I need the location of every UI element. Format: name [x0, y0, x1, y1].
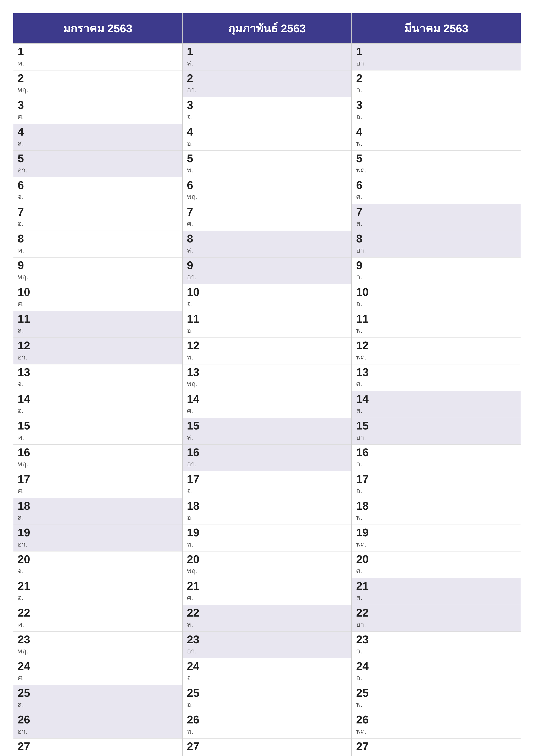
- day-row: 10จ.: [183, 284, 351, 311]
- month-col-1: 1พ.2พฤ.3ศ.4ส.5อา.6จ.7อ.8พ.9พฤ.10ศ.11ส.12…: [13, 44, 183, 756]
- day-number: 24: [187, 661, 347, 672]
- day-number: 11: [18, 313, 178, 324]
- day-row: 5พฤ.: [352, 150, 521, 177]
- day-name-label: อา.: [18, 726, 178, 737]
- month-header-1: มกราคม 2563: [13, 14, 183, 43]
- day-name-label: จ.: [18, 752, 178, 756]
- day-row: 15อา.: [352, 418, 521, 445]
- day-row: 7ศ.: [183, 204, 351, 231]
- day-row: 10อ.: [352, 284, 521, 311]
- day-name-label: ส.: [187, 245, 347, 256]
- day-number: 9: [187, 260, 347, 271]
- day-number: 25: [187, 687, 347, 698]
- days-container: 1พ.2พฤ.3ศ.4ส.5อา.6จ.7อ.8พ.9พฤ.10ศ.11ส.12…: [13, 43, 521, 756]
- day-number: 2: [187, 73, 347, 84]
- day-row: 9พฤ.: [13, 257, 182, 284]
- day-name-label: ศ.: [187, 592, 347, 603]
- day-number: 27: [187, 741, 347, 752]
- day-name-label: ศ.: [187, 218, 347, 229]
- month-header-2: กุมภาพันธ์ 2563: [183, 14, 352, 43]
- day-name-label: จ.: [187, 672, 347, 683]
- day-name-label: พฤ.: [356, 351, 516, 363]
- day-number: 10: [356, 286, 516, 298]
- day-row: 4ส.: [13, 124, 182, 150]
- day-number: 4: [187, 126, 347, 137]
- day-row: 1ส.: [183, 44, 351, 70]
- day-number: 16: [187, 447, 347, 458]
- day-row: 27จ.: [13, 739, 182, 756]
- day-name-label: พ.: [18, 245, 178, 256]
- day-number: 15: [356, 420, 516, 431]
- month-col-2: 1ส.2อา.3จ.4อ.5พ.6พฤ.7ศ.8ส.9อา.10จ.11อ.12…: [183, 44, 352, 756]
- day-row: 25พ.: [352, 685, 521, 712]
- day-number: 2: [18, 73, 178, 84]
- day-row: 19พ.: [183, 525, 351, 552]
- day-row: 4พ.: [352, 124, 521, 150]
- day-name-label: ศ.: [18, 672, 178, 683]
- day-name-label: อา.: [187, 271, 347, 282]
- day-row: 18ส.: [13, 498, 182, 525]
- day-row: 4อ.: [183, 124, 351, 150]
- day-number: 12: [187, 340, 347, 351]
- day-name-label: ส.: [356, 405, 516, 416]
- day-name-label: จ.: [187, 298, 347, 309]
- day-number: 24: [18, 661, 178, 672]
- day-name-label: พฤ.: [187, 565, 347, 576]
- day-number: 18: [187, 500, 347, 511]
- day-name-label: ศ.: [18, 485, 178, 496]
- day-row: 14ส.: [352, 391, 521, 418]
- day-name-label: พ.: [356, 699, 516, 710]
- day-number: 5: [18, 153, 178, 164]
- day-number: 9: [18, 260, 178, 271]
- day-number: 11: [356, 313, 516, 324]
- day-name-label: ส.: [18, 512, 178, 523]
- day-name-label: พ.: [18, 58, 178, 68]
- day-row: 6พฤ.: [183, 177, 351, 204]
- day-number: 17: [187, 473, 347, 485]
- day-name-label: พฤ.: [18, 84, 178, 95]
- day-name-label: อ.: [187, 699, 347, 710]
- day-name-label: พ.: [187, 164, 347, 176]
- day-name-label: อา.: [187, 458, 347, 470]
- day-number: 8: [356, 233, 516, 244]
- day-name-label: อา.: [356, 58, 516, 68]
- day-row: 2อา.: [183, 70, 351, 97]
- day-number: 3: [187, 99, 347, 111]
- day-number: 7: [187, 206, 347, 217]
- day-row: 20จ.: [13, 552, 182, 578]
- day-row: 14อ.: [13, 391, 182, 418]
- day-name-label: จ.: [18, 565, 178, 576]
- day-row: 11อ.: [183, 311, 351, 338]
- day-name-label: จ.: [356, 84, 516, 95]
- day-name-label: ศ.: [356, 378, 516, 389]
- day-row: 17อ.: [352, 471, 521, 498]
- day-number: 21: [356, 580, 516, 592]
- day-name-label: พฤ.: [356, 726, 516, 737]
- day-row: 9อา.: [183, 257, 351, 284]
- day-name-label: พ.: [18, 619, 178, 630]
- day-name-label: พฤ.: [18, 458, 178, 470]
- day-name-label: อ.: [356, 111, 516, 122]
- day-number: 14: [187, 393, 347, 405]
- day-name-label: อา.: [18, 351, 178, 363]
- day-row: 2จ.: [352, 70, 521, 97]
- day-number: 20: [187, 554, 347, 565]
- day-number: 13: [187, 366, 347, 378]
- day-name-label: จ.: [187, 111, 347, 122]
- month-headers-row: มกราคม 2563กุมภาพันธ์ 2563มีนาคม 2563: [13, 14, 521, 43]
- day-name-label: พ.: [356, 325, 516, 336]
- day-row: 20พฤ.: [183, 552, 351, 578]
- day-name-label: พ.: [356, 512, 516, 523]
- day-number: 13: [18, 366, 178, 378]
- day-name-label: พฤ.: [356, 164, 516, 176]
- day-number: 17: [18, 473, 178, 485]
- day-name-label: อ.: [187, 512, 347, 523]
- day-name-label: ส.: [356, 218, 516, 229]
- day-name-label: พ.: [187, 726, 347, 737]
- day-number: 3: [356, 99, 516, 111]
- day-name-label: ศ.: [187, 405, 347, 416]
- day-name-label: อ.: [187, 325, 347, 336]
- day-row: 16อา.: [183, 445, 351, 471]
- day-row: 1อา.: [352, 44, 521, 70]
- day-number: 16: [356, 447, 516, 458]
